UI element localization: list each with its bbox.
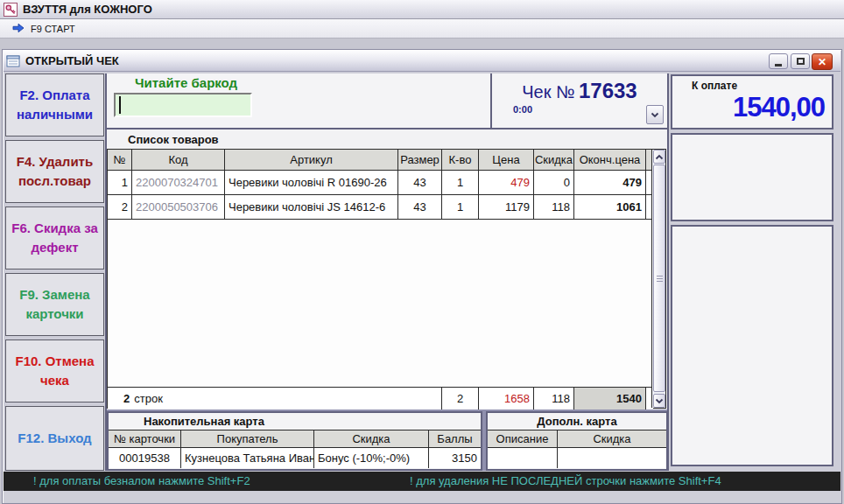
start-arrow-icon [12,21,25,37]
table-empty-area [108,220,665,387]
totals-qty: 2 [442,387,479,410]
card-discount-value: Бонус (-10%;-0%) [314,448,429,468]
check-number-label: Чек № [522,82,574,102]
loyalty-card-title: Накопительная карта [109,413,481,430]
customer-name: Кузнецова Татьяна Иван [181,448,314,468]
table-totals-row: 2 строк 2 1658 118 1540 [108,387,665,410]
check-timer: 0:00 [513,104,667,115]
col-header-extra-discount: Скидка [558,430,666,448]
loyalty-card-row: 00019538 Кузнецова Татьяна Иван Бонус (-… [109,448,481,468]
cell-code: 2200070324701 [132,171,225,195]
sidebar-button-f10-cancel-check[interactable]: F10. Отмена чека [5,340,104,402]
extra-discount-value [558,448,666,468]
payment-detail-panel [671,133,833,221]
totals-price: 1658 [479,387,534,410]
minimize-icon [775,64,782,66]
extra-card-row [488,448,666,468]
maximize-icon [797,58,805,65]
col-header-price: Цена [479,150,534,171]
app-title: ВЗУТТЯ для КОЖНОГО [23,3,152,16]
status-message-delete-row: ! для удаления НЕ ПОСЛЕДНЕЙ строчки нажм… [410,474,721,487]
items-table-header: № Код Артикул Размер К-во Цена Скидка Ок… [108,150,665,171]
table-row[interactable]: 2 2200050503706 Черевики чоловічі JS 146… [108,195,665,220]
to-pay-amount: 1540,00 [733,92,825,123]
form-icon [6,54,20,68]
col-header-discount: Скидка [534,150,574,171]
col-header-size: Размер [398,150,442,171]
col-header-card-discount: Скидка [314,430,429,448]
totals-discount: 118 [534,387,574,410]
barcode-label: Читайте баркод [135,75,237,90]
app-titlebar: ВЗУТТЯ для КОЖНОГО [0,0,844,19]
extra-card-header: Описание Скидка [488,430,666,448]
items-scrollbar[interactable] [651,150,665,408]
col-header-customer: Покупатель [181,430,314,448]
extra-card-title: Дополн. карта [488,413,666,430]
scroll-up-button[interactable] [653,150,665,164]
cell-size: 43 [398,195,442,220]
app-key-icon [4,3,18,17]
totals-rows-count: 2 строк [108,387,442,410]
col-header-description: Описание [488,430,558,448]
sidebar-button-f4-delete-last[interactable]: F4. Удалить посл.товар [5,140,104,203]
items-section: Список товаров № Код Артикул Размер К-во… [107,130,667,410]
to-pay-panel: К оплате 1540,00 [671,74,833,130]
col-header-final-price: Оконч.цена [574,150,646,171]
col-header-qty: К-во [442,150,479,171]
items-table: № Код Артикул Размер К-во Цена Скидка Ок… [107,149,666,409]
sidebar-button-f9-replace-card[interactable]: F9. Замена карточки [5,273,104,336]
table-row[interactable]: 1 2200070324701 Черевики чоловічі R 0169… [108,171,665,195]
cell-qty: 1 [442,171,479,195]
minimize-button[interactable] [769,53,788,69]
points-value: 3150 [429,448,481,468]
status-message-cashless: ! для оплаты безналом нажмите Shift+F2 [33,474,250,487]
scrollbar-thumb[interactable] [653,164,665,392]
check-info-zone: Чек № 17633 0:00 [492,74,667,128]
cell-size: 43 [398,171,442,195]
cell-final-price: 1061 [574,195,646,220]
text-caret [119,96,121,114]
totals-count-label: строк [134,392,163,405]
barcode-input[interactable] [114,93,252,117]
cell-final-price: 479 [574,171,646,195]
cell-article: Черевики чоловічі R 01690-26 [225,171,398,195]
status-bar: ! для оплаты безналом нажмите Shift+F2 !… [4,472,840,491]
scroll-down-button[interactable] [653,394,665,408]
cards-section: Накопительная карта № карточки Покупател… [107,410,667,471]
barcode-section: Читайте баркод Чек № 17633 0:00 [107,74,667,130]
maximize-button[interactable] [791,53,810,69]
close-button[interactable]: ✕ [812,53,833,70]
chevron-down-icon [655,398,664,404]
sidebar-button-f2-pay-cash[interactable]: F2. Оплата наличными [5,74,104,136]
sidebar-button-f12-exit[interactable]: F12. Выход [5,406,104,471]
to-pay-label: К оплате [692,80,737,92]
f9-start-button[interactable]: F9 СТАРТ [31,24,75,34]
col-header-article: Артикул [225,150,398,171]
col-header-points: Баллы [429,430,481,448]
check-dropdown-button[interactable] [646,105,664,124]
loyalty-card-header: № карточки Покупатель Скидка Баллы [109,430,481,448]
description-value [488,448,558,468]
chevron-up-icon [655,154,664,160]
card-number-value: 00019538 [109,448,181,468]
sidebar-button-f6-defect-discount[interactable]: F6. Скидка за дефект [5,206,104,270]
cell-discount: 0 [534,171,574,195]
cell-article: Черевики чоловічі JS 14612-6 [225,195,398,220]
cell-num: 2 [108,195,132,220]
extra-card-panel: Дополн. карта Описание Скидка [486,411,668,471]
items-table-title: Список товаров [128,133,219,146]
col-header-card-number: № карточки [109,430,181,448]
totals-final-price: 1540 [574,387,646,410]
cell-code: 2200050503706 [132,195,225,220]
check-window-title: ОТКРЫТЫЙ ЧЕК [25,54,119,67]
cell-price: 479 [479,171,534,195]
cell-num: 1 [108,171,132,195]
check-window-titlebar: ОТКРЫТЫЙ ЧЕК [4,51,840,72]
close-icon: ✕ [818,56,826,68]
col-header-num: № [108,150,132,171]
toolbar: F9 СТАРТ [0,19,844,38]
payment-extra-panel [671,225,833,466]
loyalty-card-panel: Накопительная карта № карточки Покупател… [107,411,482,471]
cell-discount: 118 [534,195,574,220]
cell-price: 1179 [479,195,534,220]
